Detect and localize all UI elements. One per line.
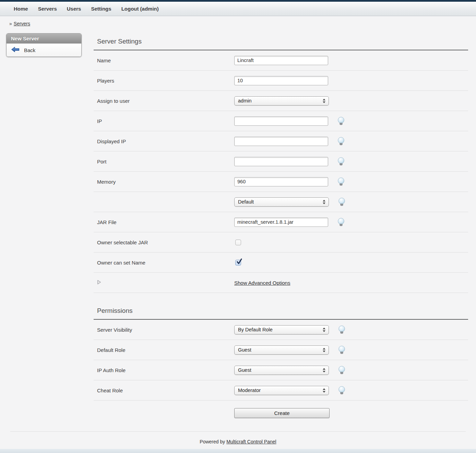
field-label-memory: Memory: [97, 179, 234, 185]
form-row-memory-preset: Default: [94, 192, 468, 212]
field-players: [234, 76, 328, 85]
field-owner-selectable-jar: [234, 240, 241, 245]
form-row-cheat-role: Cheat RoleModerator: [94, 380, 468, 401]
field-server-visibility: By Default Role: [234, 325, 345, 334]
lightbulb-icon[interactable]: [338, 366, 345, 374]
lightbulb-icon[interactable]: [337, 177, 345, 186]
form-row-displayed-ip: Displayed IP: [94, 131, 468, 151]
field-jar-file: [234, 218, 345, 227]
field-label-owner-selectable-jar: Owner selectable JAR: [97, 240, 234, 245]
form-row-owner-selectable-jar: Owner selectable JAR: [94, 232, 468, 253]
footer: Powered by Multicraft Control Panel: [10, 431, 466, 444]
field-memory: [234, 177, 345, 186]
lightbulb-icon[interactable]: [338, 346, 345, 354]
form-row-owner-can-set-name: Owner can set Name: [94, 253, 468, 273]
main-content: Server Settings NamePlayersAssign to use…: [94, 38, 468, 418]
field-label-name: Name: [97, 58, 234, 63]
port-input[interactable]: [234, 157, 328, 166]
owner-selectable-jar-checkbox[interactable]: [235, 240, 241, 245]
updown-stepper-icon: [323, 368, 325, 372]
show-advanced-options-link[interactable]: Show Advanced Options: [234, 280, 290, 286]
nav-item-servers[interactable]: Servers: [38, 6, 57, 12]
field-label-server-visibility: Server Visibility: [97, 327, 234, 333]
updown-stepper-icon: [323, 328, 325, 332]
lightbulb-icon[interactable]: [338, 326, 345, 334]
field-label-default-role: Default Role: [97, 347, 234, 353]
section-title-server-settings: Server Settings: [94, 38, 468, 50]
field-default-role: Guest: [234, 345, 345, 355]
field-owner-can-set-name: [234, 260, 241, 266]
displayed-ip-input[interactable]: [234, 137, 328, 146]
ip-auth-role-select[interactable]: Guest: [234, 366, 329, 375]
field-label-show-advanced-options: [97, 280, 234, 286]
memory-preset-select-value: Default: [238, 199, 254, 205]
nav-item-users[interactable]: Users: [67, 6, 81, 12]
updown-stepper-icon: [323, 200, 325, 204]
nav-item-settings[interactable]: Settings: [91, 6, 111, 12]
default-role-select[interactable]: Guest: [234, 345, 329, 355]
form-row-default-role: Default RoleGuest: [94, 340, 468, 360]
breadcrumb-marker: »: [9, 21, 12, 26]
memory-input[interactable]: [234, 177, 328, 186]
memory-preset-select[interactable]: Default: [234, 197, 329, 207]
form-row-memory: Memory: [94, 172, 468, 192]
form-row-port: Port: [94, 151, 468, 172]
breadcrumb-link-servers[interactable]: Servers: [14, 21, 30, 26]
field-memory-preset: Default: [234, 197, 345, 207]
section-title-permissions: Permissions: [94, 307, 468, 320]
disclosure-triangle-icon[interactable]: [97, 280, 101, 286]
form-row-server-visibility: Server VisibilityBy Default Role: [94, 320, 468, 340]
name-input[interactable]: [234, 56, 328, 65]
field-label-cheat-role: Cheat Role: [97, 388, 234, 393]
updown-stepper-icon: [323, 348, 325, 352]
field-show-advanced-options: Show Advanced Options: [234, 280, 290, 286]
field-port: [234, 157, 345, 166]
field-label-players: Players: [97, 78, 234, 84]
lightbulb-icon[interactable]: [338, 386, 345, 394]
sidebar-title: New Server: [7, 34, 81, 44]
lightbulb-icon[interactable]: [337, 117, 345, 125]
bottom-edge-strip: [0, 449, 476, 453]
form-row-jar-file: JAR File: [94, 212, 468, 232]
updown-stepper-icon: [323, 388, 325, 393]
updown-stepper-icon: [323, 99, 325, 103]
create-button[interactable]: Create: [234, 408, 330, 418]
footer-link-multicraft[interactable]: Multicraft Control Panel: [226, 439, 276, 444]
form-row-name: Name: [94, 50, 468, 71]
server-visibility-select-value: By Default Role: [238, 327, 273, 332]
field-label-displayed-ip: Displayed IP: [97, 138, 234, 144]
players-input[interactable]: [234, 76, 328, 85]
cheat-role-select[interactable]: Moderator: [234, 386, 329, 395]
back-arrow-icon: [11, 47, 20, 54]
submit-row: Create: [94, 401, 468, 418]
ip-auth-role-select-value: Guest: [238, 367, 251, 373]
field-ip-auth-role: Guest: [234, 366, 345, 375]
cheat-role-select-value: Moderator: [238, 388, 261, 393]
default-role-select-value: Guest: [238, 347, 251, 353]
field-ip: [234, 117, 345, 126]
lightbulb-icon[interactable]: [337, 137, 345, 145]
back-button[interactable]: Back: [7, 44, 81, 57]
lightbulb-icon[interactable]: [337, 218, 345, 226]
lightbulb-icon[interactable]: [338, 198, 345, 206]
back-label: Back: [24, 47, 35, 53]
field-label-port: Port: [97, 159, 234, 164]
assign-to-user-select[interactable]: admin: [234, 96, 329, 106]
server-visibility-select[interactable]: By Default Role: [234, 325, 329, 334]
form-row-show-advanced-options: Show Advanced Options: [94, 273, 468, 293]
field-label-owner-can-set-name: Owner can set Name: [97, 260, 234, 266]
field-label-jar-file: JAR File: [97, 219, 234, 225]
main-nav: HomeServersUsersSettingsLogout (admin): [0, 2, 476, 16]
breadcrumb: »Servers: [9, 21, 476, 26]
owner-can-set-name-checkbox[interactable]: [235, 260, 241, 266]
form-row-players: Players: [94, 71, 468, 91]
field-assign-to-user: admin: [234, 96, 329, 106]
nav-item-home[interactable]: Home: [14, 6, 28, 12]
field-label-ip-auth-role: IP Auth Role: [97, 367, 234, 373]
jar-file-input[interactable]: [234, 218, 328, 227]
ip-input[interactable]: [234, 117, 328, 126]
lightbulb-icon[interactable]: [337, 157, 345, 166]
sidebar-panel: New Server Back: [6, 33, 82, 57]
nav-item-logout-admin[interactable]: Logout (admin): [121, 6, 159, 12]
field-cheat-role: Moderator: [234, 386, 345, 395]
